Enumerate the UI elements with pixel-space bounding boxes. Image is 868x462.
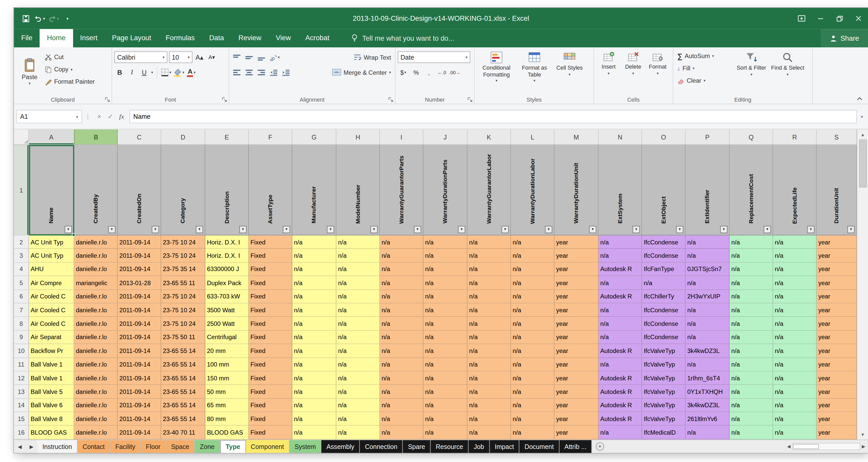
borders-dropdown-icon[interactable]: ▾ (169, 70, 171, 74)
sort-filter-dropdown-icon[interactable]: ▾ (750, 72, 752, 76)
cell-A13[interactable]: Ball Valve 5 (29, 385, 74, 399)
cell-Q6[interactable]: n/a (730, 290, 773, 303)
cell-N2[interactable]: n/a (598, 236, 642, 249)
cell-A16[interactable]: BLOOD GAS (29, 426, 74, 439)
conditional-formatting-button[interactable]: Conditional Formatting ▾ (477, 50, 516, 84)
cell-K3[interactable]: n/a (467, 249, 511, 263)
cell-R8[interactable]: n/a (773, 317, 817, 331)
cell-B10[interactable]: danielle.r.lo (74, 344, 118, 358)
cell-D16[interactable]: 23-40 70 11 (161, 426, 205, 439)
select-all-button[interactable]: ◢ (14, 129, 29, 145)
cell-O10[interactable]: IfcValveTyp (642, 344, 685, 358)
cell-P9[interactable]: n/a (685, 331, 730, 344)
cell-C9[interactable]: 2011-09-14 (118, 331, 161, 344)
cell-Q8[interactable]: n/a (730, 317, 773, 331)
cell-J6[interactable]: n/a (423, 290, 467, 303)
cell-I13[interactable]: n/a (380, 385, 423, 399)
cell-F9[interactable]: Fixed (249, 331, 292, 344)
header-cell-description[interactable]: Description▾ (205, 145, 249, 236)
column-header-D[interactable]: D (161, 129, 205, 145)
row-header-4[interactable]: 4 (14, 263, 29, 276)
cell-R6[interactable]: n/a (773, 290, 817, 303)
minimize-button[interactable] (811, 8, 830, 29)
cell-B8[interactable]: danielle.r.lo (74, 317, 118, 331)
cell-Q14[interactable]: n/a (730, 399, 773, 412)
cell-P12[interactable]: 1rIhm_6sT4 (685, 371, 730, 385)
cell-O8[interactable]: IfcCondense (642, 317, 685, 331)
cell-F12[interactable]: Fixed (249, 371, 292, 385)
font-color-button[interactable]: A ▾ (186, 66, 196, 78)
cell-I6[interactable]: n/a (380, 290, 423, 303)
cell-D9[interactable]: 23-75 50 11 (161, 331, 205, 344)
cell-S9[interactable]: year (816, 331, 857, 344)
cell-D6[interactable]: 23-75 10 24 (161, 290, 205, 303)
grow-font-button[interactable]: A▴ (194, 51, 205, 63)
cell-M14[interactable]: year (554, 399, 598, 412)
column-header-N[interactable]: N (598, 129, 642, 145)
cell-J10[interactable]: n/a (423, 344, 467, 358)
cell-L11[interactable]: n/a (511, 358, 554, 371)
cell-S11[interactable]: year (816, 358, 857, 371)
align-middle-button[interactable] (244, 51, 254, 63)
cell-P10[interactable]: 3k4kwDZ3L (685, 344, 730, 358)
cell-F14[interactable]: Fixed (249, 399, 292, 412)
cell-D13[interactable]: 23-65 55 14 (161, 385, 205, 399)
cell-I10[interactable]: n/a (380, 344, 423, 358)
column-header-J[interactable]: J (423, 129, 467, 145)
cell-P4[interactable]: 0JGTSjcSn7 (685, 263, 730, 276)
cell-A14[interactable]: Ball Valve 6 (29, 399, 74, 412)
cell-G6[interactable]: n/a (292, 290, 336, 303)
filter-icon-expectedlife[interactable]: ▾ (807, 226, 814, 233)
cell-H13[interactable]: n/a (336, 385, 380, 399)
cell-R16[interactable]: n/a (773, 426, 817, 439)
row-header-5[interactable]: 5 (14, 276, 29, 290)
undo-button[interactable]: ▾ (34, 12, 46, 25)
cell-B3[interactable]: danielle.r.lo (74, 249, 118, 263)
ribbon-tab-acrobat[interactable]: Acrobat (298, 29, 337, 48)
cell-D14[interactable]: 23-65 55 14 (161, 399, 205, 412)
cell-D11[interactable]: 23-65 55 14 (161, 358, 205, 371)
cut-button[interactable]: Cut (43, 51, 96, 63)
cell-K16[interactable]: n/a (467, 426, 511, 439)
ribbon-tab-formulas[interactable]: Formulas (158, 29, 202, 48)
cell-I15[interactable]: n/a (380, 412, 423, 426)
column-header-K[interactable]: K (467, 129, 511, 145)
cell-N10[interactable]: Autodesk R (598, 344, 642, 358)
cell-H9[interactable]: n/a (336, 331, 380, 344)
merge-center-button[interactable]: Merge & Center ▾ (330, 66, 393, 78)
cell-H16[interactable]: n/a (336, 426, 380, 439)
row-header-13[interactable]: 13 (14, 385, 29, 399)
cell-R3[interactable]: n/a (773, 249, 817, 263)
cell-F8[interactable]: Fixed (249, 317, 292, 331)
filter-icon-category[interactable]: ▾ (196, 226, 203, 233)
cell-S14[interactable]: year (816, 399, 857, 412)
cell-L10[interactable]: n/a (511, 344, 554, 358)
font-size-combo[interactable]: 10 ▾ (169, 51, 192, 63)
increase-indent-button[interactable] (281, 66, 291, 78)
cell-L2[interactable]: n/a (511, 236, 554, 249)
cell-S10[interactable]: year (816, 344, 857, 358)
clear-dropdown-icon[interactable]: ▾ (704, 78, 706, 82)
clear-button[interactable]: Clear ▾ (676, 74, 734, 87)
cell-O15[interactable]: IfcValveTyp (642, 412, 685, 426)
vertical-scrollbar-thumb[interactable] (859, 140, 867, 187)
cell-P14[interactable]: 3k4kwDZ3L (685, 399, 730, 412)
cell-N15[interactable]: Autodesk R (598, 412, 642, 426)
cell-N12[interactable]: Autodesk R (598, 371, 642, 385)
cell-Q15[interactable]: n/a (730, 412, 773, 426)
cell-I3[interactable]: n/a (380, 249, 423, 263)
cell-E13[interactable]: 50 mm (205, 385, 249, 399)
cell-P13[interactable]: 0Y1xTXHQH (685, 385, 730, 399)
cell-G7[interactable]: n/a (292, 303, 336, 317)
paste-button[interactable]: Paste ▾ (16, 50, 43, 93)
column-header-R[interactable]: R (773, 129, 817, 145)
cell-N4[interactable]: Autodesk R (598, 263, 642, 276)
underline-dropdown-icon[interactable]: ▾ (151, 70, 153, 74)
cell-F6[interactable]: Fixed (249, 290, 292, 303)
cell-H7[interactable]: n/a (336, 303, 380, 317)
cell-L9[interactable]: n/a (511, 331, 554, 344)
insert-cells-dropdown-icon[interactable]: ▾ (608, 71, 610, 75)
filter-icon-warrantyguarantorparts[interactable]: ▾ (414, 226, 421, 233)
clipboard-dialog-launcher[interactable] (104, 96, 111, 103)
cell-H8[interactable]: n/a (336, 317, 380, 331)
